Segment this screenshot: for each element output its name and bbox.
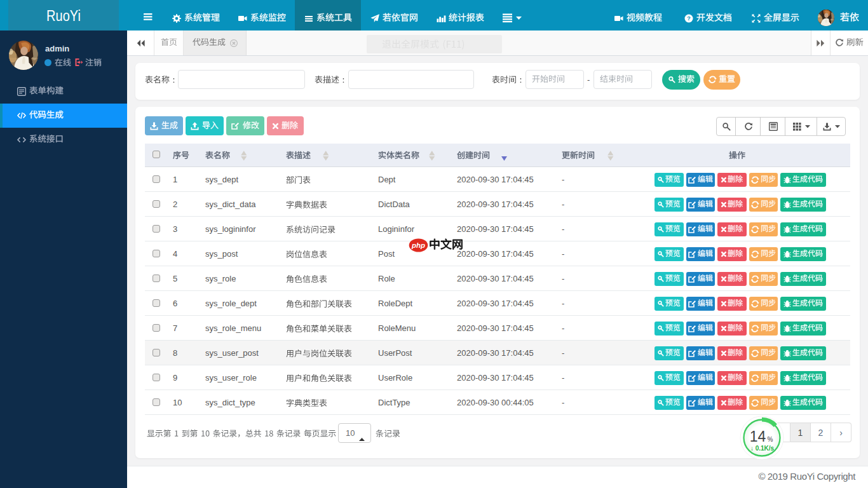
- svg-text:?: ?: [687, 15, 691, 22]
- svg-text:%: %: [768, 436, 773, 443]
- svg-text:php: php: [411, 241, 425, 249]
- svg-text:14: 14: [750, 428, 766, 445]
- svg-text:↓ 0.1K/s: ↓ 0.1K/s: [750, 445, 775, 452]
